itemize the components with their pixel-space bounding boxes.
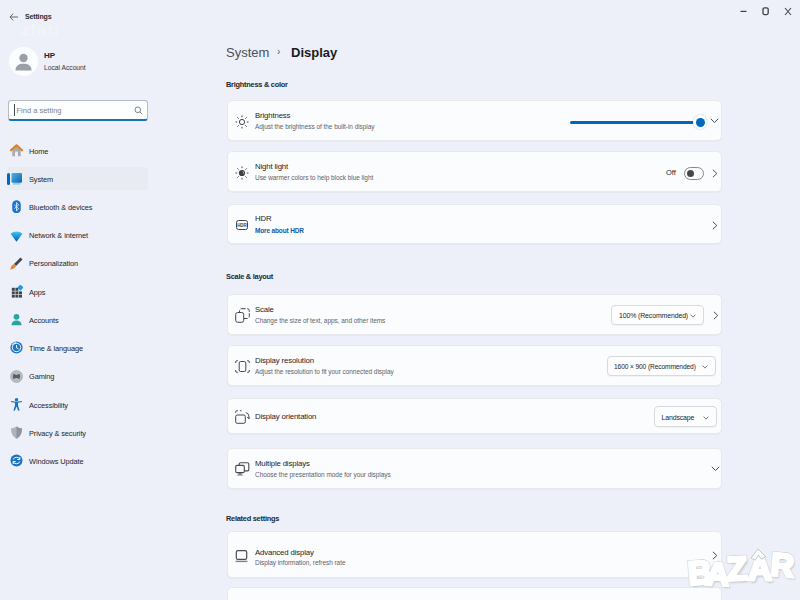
svg-text:HDR: HDR [237, 223, 247, 228]
